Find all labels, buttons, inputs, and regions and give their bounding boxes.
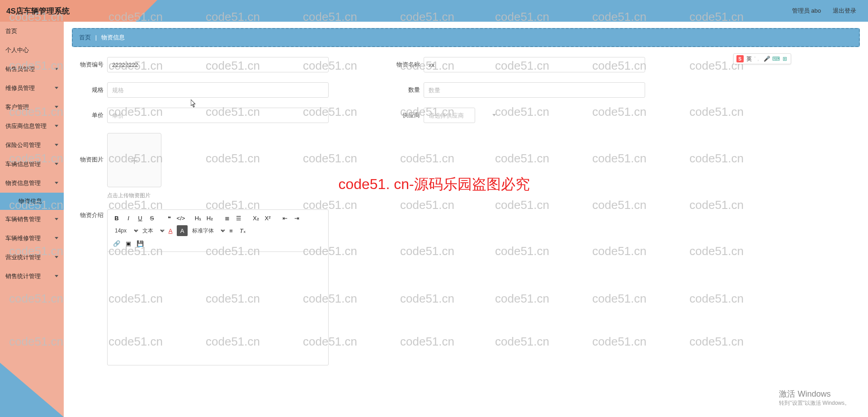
win-act-sub: 转到"设置"以激活 Windows。 [779,399,850,407]
fontname-select[interactable]: 标准字体 [189,226,226,236]
input-spec[interactable] [107,82,329,98]
ol-icon[interactable]: ≣ [222,213,232,223]
header: 4S店车辆管理系统 管理员 abo 退出登录 [0,0,868,22]
backcolor-icon[interactable]: A [177,225,188,236]
input-name[interactable] [424,57,645,72]
sidebar-item-label: 客户管理 [5,103,29,111]
italic-icon[interactable]: I [123,213,134,223]
plus-icon: ＋ [128,154,141,166]
sidebar-item-vehicle-mgmt[interactable]: 车辆信息管理 [0,155,64,174]
label-qty: 数量 [388,86,420,94]
editor-body[interactable] [108,252,328,365]
label-intro: 物资介绍 [72,211,104,219]
header-actions: 管理员 abo 退出登录 [136,0,868,22]
windows-activation: 激活 Windows 转到"设置"以激活 Windows。 [779,389,850,407]
outdent-icon[interactable]: ⇥ [291,213,302,223]
keyboard-icon[interactable]: ⌨ [773,56,779,62]
sidebar-item-profile[interactable]: 个人中心 [0,41,64,60]
link-icon[interactable]: 🔗 [111,238,122,249]
para-select[interactable]: 文本 [139,226,166,236]
label-vendor: 供应商 [388,111,420,119]
input-code[interactable] [107,57,329,72]
sidebar-item-label: 车辆维修管理 [5,234,41,242]
breadcrumb-sep: | [95,34,97,41]
bold-icon[interactable]: B [111,213,122,223]
align-icon[interactable]: ≡ [226,225,236,236]
breadcrumb-home[interactable]: 首页 [79,34,91,41]
upload-hint: 点击上传物资图片 [107,192,161,199]
sidebar-item-label: 物资信息管理 [5,179,41,187]
rich-editor: B I U S ❝ </> H₁ H₂ ≣ ☰ X₂ [107,209,329,365]
sidebar-item-customer-mgmt[interactable]: 客户管理 [0,98,64,117]
quote-icon[interactable]: ❝ [164,213,175,223]
save-icon[interactable]: 💾 [135,238,146,249]
sidebar-item-vendor-mgmt[interactable]: 供应商信息管理 [0,117,64,136]
sidebar-item-label: 物资信息 [19,197,42,205]
ul-icon[interactable]: ☰ [233,213,244,223]
sub-icon[interactable]: X₂ [250,213,261,223]
sidebar-subitem-material-info[interactable]: 物资信息 [0,193,64,210]
sidebar-item-label: 个人中心 [5,46,29,54]
h2-icon[interactable]: H₂ [204,213,215,223]
underline-icon[interactable]: U [135,213,146,223]
sidebar-item-label: 首页 [5,27,17,35]
sup-icon[interactable]: X² [262,213,273,223]
win-act-title: 激活 Windows [779,389,850,399]
sidebar-item-vehicle-sales[interactable]: 车辆销售管理 [0,210,64,229]
h1-icon[interactable]: H₁ [193,213,203,223]
sidebar-item-label: 维修员管理 [5,84,35,92]
image-icon[interactable]: ▣ [123,238,134,249]
sidebar-item-label: 保险公司管理 [5,141,41,149]
label-price: 单价 [72,111,104,119]
sidebar-item-insurance-mgmt[interactable]: 保险公司管理 [0,136,64,155]
label-spec: 规格 [72,86,104,94]
ime-sep: '， [755,55,761,63]
label-code: 物资编号 [72,61,104,69]
sidebar-item-label: 营业统计管理 [5,253,41,261]
mouse-cursor [191,100,196,108]
app-title: 4S店车辆管理系统 [0,0,136,22]
sidebar-item-repair-mgmt[interactable]: 维修员管理 [0,79,64,98]
logout-button[interactable]: 退出登录 [833,7,856,15]
sidebar: 首页 个人中心 销售员管理 维修员管理 客户管理 供应商信息管理 保险公司管理 … [0,22,64,417]
sidebar-item-material-mgmt[interactable]: 物资信息管理 [0,174,64,193]
label-img: 物资图片 [72,156,104,164]
input-qty[interactable] [424,82,645,98]
sidebar-item-vehicle-repair[interactable]: 车辆维修管理 [0,229,64,248]
sidebar-item-sales-mgmt[interactable]: 销售员管理 [0,60,64,79]
select-vendor[interactable]: 请选择供应商 [424,108,475,123]
sidebar-item-home[interactable]: 首页 [0,22,64,41]
ime-lang[interactable]: 英 [746,55,752,63]
sidebar-item-label: 车辆信息管理 [5,160,41,168]
sidebar-item-label: 销售统计管理 [5,272,41,280]
clear-icon[interactable]: Tₓ [237,225,248,236]
indent-icon[interactable]: ⇤ [279,213,290,223]
grid-icon[interactable]: ⊞ [782,56,788,62]
breadcrumb: 首页 | 物资信息 [72,28,860,47]
sidebar-item-label: 供应商信息管理 [5,122,47,130]
sidebar-item-label: 车辆销售管理 [5,215,41,223]
fontsize-select[interactable]: 14px [111,226,140,236]
sidebar-item-label: 销售员管理 [5,65,35,73]
user-info[interactable]: 管理员 abo [792,7,821,15]
sidebar-item-sales-stats[interactable]: 销售统计管理 [0,267,64,286]
forecolor-icon[interactable]: A [165,225,176,236]
sidebar-item-biz-stats[interactable]: 营业统计管理 [0,248,64,267]
editor-toolbar: B I U S ❝ </> H₁ H₂ ≣ ☰ X₂ [108,210,328,252]
upload-image[interactable]: ＋ [107,133,161,187]
main-content: 首页 | 物资信息 物资编号 物资名称 规格 数量 [64,22,868,417]
sogou-icon: S [736,55,744,62]
strike-icon[interactable]: S [146,213,157,223]
label-name: 物资名称 [388,61,420,69]
input-price[interactable] [107,108,329,123]
mic-icon[interactable]: 🎤 [764,56,770,62]
code-icon[interactable]: </> [175,213,186,223]
ime-bar[interactable]: S 英 '， 🎤 ⌨ ⊞ [733,53,791,64]
breadcrumb-current: 物资信息 [101,34,125,41]
